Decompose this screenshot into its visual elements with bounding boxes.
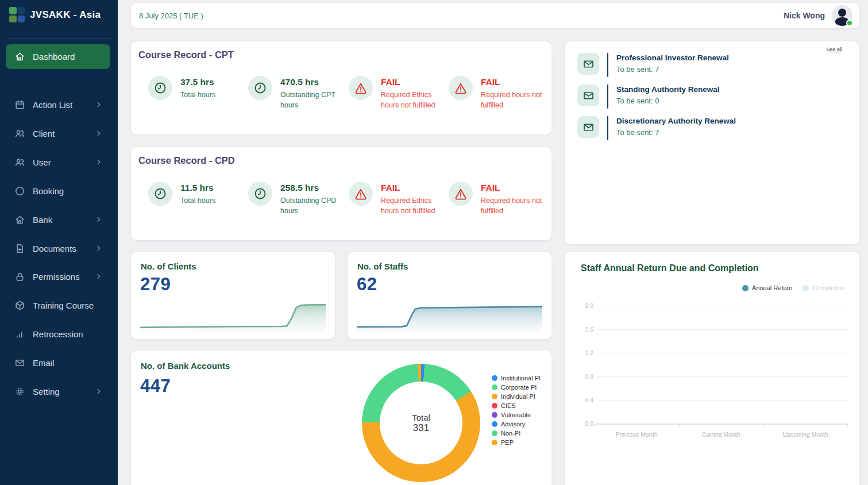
- home-icon: [14, 51, 25, 62]
- gridline: 0.4: [581, 397, 848, 403]
- sidebar-item-client[interactable]: Client: [6, 121, 110, 146]
- chevron-right-icon: [95, 129, 103, 137]
- x-axis: [595, 424, 848, 425]
- brand-logo-icon: [9, 7, 25, 22]
- avatar-person-icon: [838, 9, 846, 17]
- sidebar-item-training-course[interactable]: Training Course: [6, 292, 110, 318]
- sidebar-divider: [7, 38, 111, 39]
- notification-title: Professional Investor Renewal: [616, 53, 729, 62]
- legend-dot: [492, 375, 497, 381]
- donut-center: Total 331: [380, 382, 462, 464]
- legend-individual-pi[interactable]: Individual PI: [492, 392, 541, 401]
- legend-non-pi[interactable]: Non-PI: [492, 429, 541, 438]
- legend-pep[interactable]: PEP: [492, 438, 541, 447]
- clients-count: 279: [140, 274, 171, 295]
- warning-icon: [449, 182, 473, 206]
- legend-dot: [492, 412, 497, 418]
- x-tick: [847, 424, 848, 427]
- dashboard-page: JVSAKK - Asia Dashboard Action List Clie…: [0, 0, 868, 485]
- sidebar-item-label: Booking: [33, 186, 64, 196]
- cpt-ethics-status: FAIL Required Ethics hours not fulfilled: [349, 75, 449, 110]
- legend-label: CIES: [501, 402, 516, 409]
- sidebar-item-setting[interactable]: Setting: [6, 379, 110, 404]
- x-label-current-month: Current Month: [675, 431, 767, 438]
- staff-annual-return-card: Staff Annual Return Due and Completion A…: [565, 252, 859, 485]
- notification-count: To be sent: 7: [616, 128, 736, 137]
- stat-value: 37.5 hrs: [180, 75, 215, 87]
- legend-corporate-pi[interactable]: Corporate PI: [492, 383, 541, 392]
- legend-dot: [492, 384, 497, 390]
- sidebar-item-label: Email: [33, 358, 55, 368]
- chevron-right-icon: [95, 244, 103, 252]
- legend-advisory[interactable]: Advisory: [492, 419, 541, 429]
- sidebar-item-bank[interactable]: Bank: [6, 207, 110, 232]
- gridline: 1.2: [581, 349, 848, 356]
- bank-card-title: No. of Bank Accounts: [141, 361, 230, 371]
- chevron-right-icon: [95, 387, 103, 395]
- legend-dot: [492, 430, 497, 436]
- sidebar-item-action-list[interactable]: Action List: [6, 92, 110, 117]
- staffs-trend-sparkline: [357, 299, 542, 332]
- legend-institutional-pi[interactable]: Institutional PI: [492, 374, 541, 383]
- lock-icon: [14, 271, 25, 282]
- legend-cies[interactable]: CIES: [492, 401, 541, 410]
- legend-label: PEP: [501, 439, 514, 446]
- users-icon: [14, 157, 25, 168]
- topbar: 8 July 2025 ( TUE ) Nick Wong: [131, 3, 859, 28]
- notification-discretionary-authority[interactable]: Discretionary Authority Renewal To be se…: [577, 116, 736, 140]
- stat-label: Required Ethics hours not fulfilled: [381, 195, 449, 216]
- legend-label: Individual PI: [501, 393, 535, 400]
- see-all-link[interactable]: See all: [826, 47, 842, 52]
- current-date: 8 July 2025 ( TUE ): [139, 11, 203, 20]
- stat-label: Outstanding CPT hours: [280, 90, 348, 110]
- legend-label: Institutional PI: [501, 375, 541, 382]
- staffs-card-title: No. of Staffs: [357, 261, 408, 271]
- donut-center-value: 331: [413, 422, 429, 434]
- stat-value: FAIL: [481, 180, 548, 193]
- avatar[interactable]: [832, 5, 852, 26]
- warning-icon: [349, 76, 373, 100]
- cpd-card-title: Course Record - CPD: [138, 155, 235, 166]
- notification-professional-investor[interactable]: Professional Investor Renewal To be sent…: [577, 53, 729, 77]
- chart-title: Staff Annual Return Due and Completion: [581, 263, 759, 274]
- cpd-outstanding-hours: 258.5 hrs Outstanding CPD hours: [248, 180, 349, 216]
- cpt-hours-status: FAIL Required hours not fulfilled: [449, 75, 548, 110]
- sidebar-item-documents[interactable]: Documents: [6, 236, 110, 261]
- x-tick: [595, 424, 595, 427]
- legend-annual-return[interactable]: Annual Return: [742, 284, 792, 291]
- sidebar-item-booking[interactable]: Booking: [6, 178, 110, 203]
- legend-completion[interactable]: Completion: [803, 284, 844, 291]
- cpt-outstanding-hours: 470.5 hrs Outstanding CPT hours: [248, 75, 349, 110]
- cpt-total-hours: 37.5 hrs Total hours: [148, 75, 248, 110]
- legend-dot: [492, 403, 497, 409]
- notification-title: Standing Authority Renewal: [616, 85, 720, 94]
- divider: [607, 84, 608, 109]
- legend-vulnerable[interactable]: Vulnerable: [492, 410, 541, 419]
- notification-standing-authority[interactable]: Standing Authority Renewal To be sent: 0: [577, 84, 720, 109]
- sidebar-item-dashboard[interactable]: Dashboard: [6, 44, 110, 69]
- x-label-previous-month: Previous Month: [591, 431, 682, 438]
- stat-value: 11.5 hrs: [180, 180, 215, 193]
- sidebar: JVSAKK - Asia Dashboard Action List Clie…: [0, 0, 118, 485]
- sidebar-item-email[interactable]: Email: [6, 350, 110, 375]
- sidebar-item-label: Dashboard: [33, 52, 75, 61]
- clients-card: No. of Clients 279: [131, 252, 335, 339]
- legend-label: Advisory: [501, 421, 525, 428]
- legend-dot: [742, 285, 749, 291]
- clock-icon: [148, 76, 172, 100]
- mail-icon: [14, 357, 25, 368]
- online-status-dot: [846, 20, 853, 26]
- sidebar-item-permissions[interactable]: Permissions: [6, 264, 110, 289]
- sidebar-item-label: Documents: [33, 244, 76, 253]
- gridline: 0.8: [581, 373, 848, 380]
- x-tick: [763, 424, 764, 427]
- staffs-count: 62: [357, 274, 377, 295]
- legend-label: Annual Return: [752, 284, 792, 291]
- sidebar-item-user[interactable]: User: [6, 149, 110, 175]
- cpt-card: Course Record - CPT 37.5 hrs Total hours…: [131, 41, 551, 134]
- sidebar-item-retrocession[interactable]: Retrocession: [6, 321, 110, 347]
- sidebar-item-label: User: [33, 157, 51, 167]
- bar-chart-icon: [14, 329, 25, 340]
- chevron-right-icon: [95, 272, 103, 280]
- stat-value: 258.5 hrs: [280, 180, 348, 193]
